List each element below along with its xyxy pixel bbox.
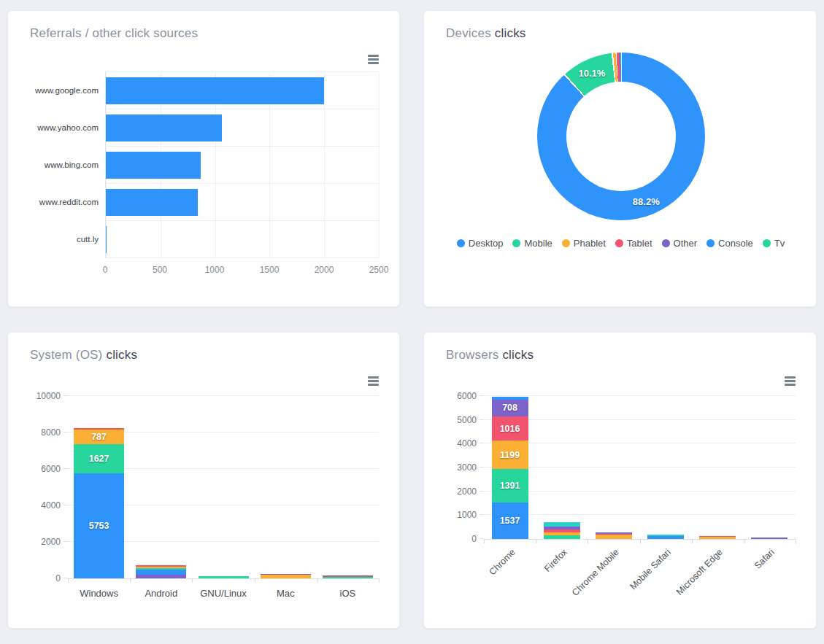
bar-segment: 1537 [492,503,528,539]
y-tick-label: 2000 [457,486,477,497]
referrals-card-title: Referrals / other click sources [30,26,379,41]
stacked-bar [596,396,632,539]
bar-segment: 787 [74,430,124,444]
category-label: www.yahoo.com [31,123,99,132]
y-tick-label: 10000 [36,391,61,401]
x-axis-tick [68,578,69,583]
bar [106,189,198,216]
pie-percent-label: 88.2% [633,196,660,207]
system-os-card-title: System (OS) clicks [30,348,379,362]
legend-dot [706,239,715,247]
bar-slots: 57531627787 [68,396,379,578]
bar-slot [192,396,254,578]
pie-percent-label: 10.1% [579,67,606,78]
legend-item[interactable]: Other [662,238,698,249]
legend-item[interactable]: Console [706,238,753,249]
legend-dot [615,239,623,247]
x-axis-tick [255,578,255,583]
x-tick-label: 500 [153,265,167,275]
legend-item[interactable]: Tablet [615,238,652,249]
bar-segment [647,536,684,539]
system-os-chart: 020004000600080001000057531627787Windows… [30,396,379,599]
bar-segment [699,537,736,539]
y-tick-label: 4000 [41,500,61,511]
stacked-bar [136,396,186,578]
stacked-bar: 57531627787 [74,396,124,578]
bar-slot [317,396,379,578]
x-axis-tick [317,578,317,583]
x-category-label: Windows [68,588,130,599]
y-tick-label: 0 [471,534,477,544]
bar-slot [588,396,639,539]
bar-slot [692,396,744,539]
legend-item[interactable]: Tv [763,238,785,249]
stacked-bar [261,396,311,578]
bar-segment: 1391 [492,469,528,502]
legend-dot [763,239,771,247]
legend-dot [662,239,670,247]
bar-slot [130,396,192,578]
y-tick-label: 6000 [41,464,61,474]
category-label: www.bing.com [31,160,99,169]
bar-segment: 1016 [492,416,528,441]
stacked-bar: 1537139111991016708 [492,396,528,539]
browsers-card: Browsers clicks 010002000300040005000600… [423,332,817,629]
legend-item[interactable]: Mobile [512,238,552,249]
legend-label: Tv [774,238,785,249]
x-tick-label: 1500 [260,265,280,275]
hamburger-menu-icon[interactable] [368,376,379,387]
bar-slot: 1537139111991016708 [484,396,536,539]
title-text-muted: Browsers [446,348,498,362]
x-category-label: Android [130,588,192,599]
stacked-bar [647,396,684,539]
title-text-muted: Devices [446,26,491,40]
legend-item[interactable]: Desktop [457,238,504,249]
x-axis-tick [796,539,796,543]
donut-ring [537,53,705,220]
title-text: Referrals / other click sources [30,26,198,40]
hamburger-menu-icon[interactable] [368,55,379,66]
x-tick-label: 0 [103,265,108,275]
x-category-label: Chrome [487,547,517,577]
legend-label: Phablet [574,238,606,249]
title-text-muted: System (OS) [30,348,103,362]
bar-segment: 1627 [74,444,124,474]
hamburger-menu-icon[interactable] [785,376,796,387]
x-tick-label: 2500 [369,265,389,275]
legend-item[interactable]: Phablet [562,238,606,249]
referrals-chart: www.google.comwww.yahoo.comwww.bing.comw… [30,71,379,277]
bar-segment: 708 [492,400,528,416]
category-label: www.reddit.com [31,198,99,206]
bar-segment [751,538,788,539]
x-tick-label: 1000 [205,265,225,275]
browsers-chart: 0100020003000400050006000153713911199101… [446,396,796,609]
x-axis-labels: WindowsAndroidGNU/LinuxMaciOS [68,588,379,599]
bar-row: www.yahoo.com [106,109,379,147]
x-category-label: Safari [752,547,777,571]
bar-segment [136,575,186,578]
bar-segment [544,535,580,539]
legend-dot [512,239,520,247]
x-category-label: GNU/Linux [192,588,254,599]
title-text-strong: clicks [495,26,526,40]
bar-segment [136,570,186,575]
stacked-bar-chart: 020004000600080001000057531627787 [30,396,379,579]
bar-slot [744,396,796,539]
x-category-label: Mobile Safari [628,547,672,591]
bar-row: cutt.ly [106,221,379,258]
legend-dot [562,239,570,247]
bar [106,115,222,141]
plot-area: 57531627787 [68,396,379,579]
x-axis-labels: ChromeFirefoxChrome MobileMobile SafariM… [484,540,796,609]
x-category-label: iOS [317,588,379,599]
plot-area: 1537139111991016708 [484,396,796,540]
y-tick-label: 2000 [41,537,61,547]
devices-card: Devices clicks 88.2%10.1%DesktopMobilePh… [423,10,817,307]
dashboard-grid: Referrals / other click sources www.goog… [0,0,824,639]
x-category-label: Mac [255,588,317,599]
y-tick-label: 3000 [457,462,477,473]
y-tick-label: 8000 [41,427,61,438]
x-category-label: Firefox [542,547,569,574]
x-axis-tick [130,578,131,583]
legend-label: Desktop [469,238,504,249]
